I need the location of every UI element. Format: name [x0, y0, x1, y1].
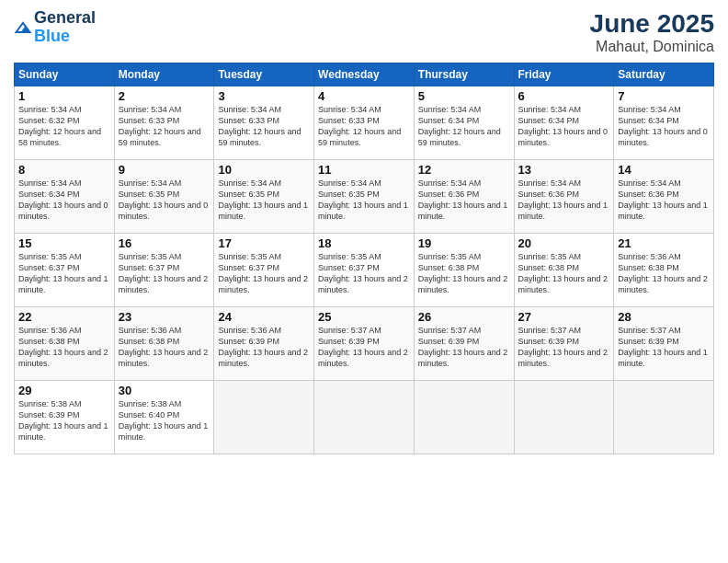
day-info: Sunrise: 5:35 AMSunset: 6:38 PMDaylight:…: [418, 251, 510, 296]
col-saturday: Saturday: [614, 63, 714, 86]
table-cell: 1Sunrise: 5:34 AMSunset: 6:32 PMDaylight…: [15, 86, 115, 160]
day-info: Sunrise: 5:36 AMSunset: 6:38 PMDaylight:…: [119, 325, 210, 370]
table-cell: 12Sunrise: 5:34 AMSunset: 6:36 PMDayligh…: [414, 160, 514, 234]
day-info: Sunrise: 5:34 AMSunset: 6:35 PMDaylight:…: [218, 178, 310, 223]
day-number: 29: [18, 384, 110, 397]
table-cell: 17Sunrise: 5:35 AMSunset: 6:37 PMDayligh…: [214, 234, 314, 307]
day-info: Sunrise: 5:34 AMSunset: 6:36 PMDaylight:…: [418, 178, 510, 223]
table-cell: 9Sunrise: 5:34 AMSunset: 6:35 PMDaylight…: [114, 160, 214, 234]
table-cell: 8Sunrise: 5:34 AMSunset: 6:34 PMDaylight…: [15, 160, 115, 234]
day-number: 18: [318, 236, 410, 250]
table-row: 15Sunrise: 5:35 AMSunset: 6:37 PMDayligh…: [15, 234, 714, 307]
day-info: Sunrise: 5:35 AMSunset: 6:37 PMDaylight:…: [218, 251, 310, 296]
col-thursday: Thursday: [414, 63, 514, 86]
day-number: 8: [18, 163, 110, 177]
table-cell: 18Sunrise: 5:35 AMSunset: 6:37 PMDayligh…: [314, 234, 415, 307]
table-cell: 28Sunrise: 5:37 AMSunset: 6:39 PMDayligh…: [614, 307, 714, 381]
day-info: Sunrise: 5:34 AMSunset: 6:34 PMDaylight:…: [18, 178, 110, 223]
table-cell: 25Sunrise: 5:37 AMSunset: 6:39 PMDayligh…: [314, 307, 415, 381]
day-number: 3: [218, 89, 310, 103]
day-info: Sunrise: 5:34 AMSunset: 6:35 PMDaylight:…: [119, 178, 210, 223]
table-row: 1Sunrise: 5:34 AMSunset: 6:32 PMDaylight…: [15, 86, 714, 160]
day-info: Sunrise: 5:34 AMSunset: 6:34 PMDaylight:…: [418, 104, 510, 149]
day-number: 19: [418, 236, 510, 250]
day-number: 15: [18, 236, 110, 250]
day-info: Sunrise: 5:34 AMSunset: 6:34 PMDaylight:…: [618, 104, 710, 149]
table-cell: 30Sunrise: 5:38 AMSunset: 6:40 PMDayligh…: [114, 381, 214, 454]
header: GeneralBlue June 2025 Mahaut, Dominica: [14, 9, 714, 55]
day-info: Sunrise: 5:36 AMSunset: 6:38 PMDaylight:…: [18, 325, 110, 370]
col-monday: Monday: [114, 63, 214, 86]
day-info: Sunrise: 5:35 AMSunset: 6:38 PMDaylight:…: [518, 251, 610, 296]
day-number: 2: [119, 89, 210, 103]
day-info: Sunrise: 5:34 AMSunset: 6:33 PMDaylight:…: [318, 104, 410, 149]
table-cell: [214, 381, 314, 454]
day-info: Sunrise: 5:35 AMSunset: 6:37 PMDaylight:…: [119, 251, 210, 296]
day-number: 14: [618, 163, 710, 177]
logo-icon: [14, 18, 32, 37]
table-cell: 2Sunrise: 5:34 AMSunset: 6:33 PMDaylight…: [114, 86, 214, 160]
day-number: 11: [318, 163, 410, 177]
day-number: 7: [618, 89, 710, 103]
col-tuesday: Tuesday: [214, 63, 314, 86]
title-block: June 2025 Mahaut, Dominica: [590, 9, 714, 55]
day-number: 17: [218, 236, 310, 250]
day-number: 20: [518, 236, 610, 250]
col-sunday: Sunday: [15, 63, 115, 86]
day-number: 27: [518, 310, 610, 324]
col-wednesday: Wednesday: [314, 63, 415, 86]
table-cell: 29Sunrise: 5:38 AMSunset: 6:39 PMDayligh…: [15, 381, 115, 454]
table-cell: 27Sunrise: 5:37 AMSunset: 6:39 PMDayligh…: [514, 307, 614, 381]
table-cell: 11Sunrise: 5:34 AMSunset: 6:35 PMDayligh…: [314, 160, 415, 234]
day-number: 30: [119, 384, 210, 397]
table-row: 22Sunrise: 5:36 AMSunset: 6:38 PMDayligh…: [15, 307, 714, 381]
table-cell: 10Sunrise: 5:34 AMSunset: 6:35 PMDayligh…: [214, 160, 314, 234]
table-cell: 22Sunrise: 5:36 AMSunset: 6:38 PMDayligh…: [15, 307, 115, 381]
table-cell: 6Sunrise: 5:34 AMSunset: 6:34 PMDaylight…: [514, 86, 614, 160]
day-info: Sunrise: 5:37 AMSunset: 6:39 PMDaylight:…: [618, 325, 710, 370]
logo: GeneralBlue: [14, 9, 96, 46]
table-cell: 3Sunrise: 5:34 AMSunset: 6:33 PMDaylight…: [214, 86, 314, 160]
table-cell: 7Sunrise: 5:34 AMSunset: 6:34 PMDaylight…: [614, 86, 714, 160]
calendar-subtitle: Mahaut, Dominica: [590, 39, 714, 55]
table-cell: 19Sunrise: 5:35 AMSunset: 6:38 PMDayligh…: [414, 234, 514, 307]
day-number: 23: [119, 310, 210, 324]
day-info: Sunrise: 5:37 AMSunset: 6:39 PMDaylight:…: [318, 325, 410, 370]
table-cell: 16Sunrise: 5:35 AMSunset: 6:37 PMDayligh…: [114, 234, 214, 307]
day-number: 5: [418, 89, 510, 103]
calendar-table: Sunday Monday Tuesday Wednesday Thursday…: [14, 63, 714, 454]
day-info: Sunrise: 5:38 AMSunset: 6:40 PMDaylight:…: [119, 398, 210, 443]
day-number: 9: [119, 163, 210, 177]
day-number: 22: [18, 310, 110, 324]
day-info: Sunrise: 5:35 AMSunset: 6:37 PMDaylight:…: [18, 251, 110, 296]
day-info: Sunrise: 5:36 AMSunset: 6:39 PMDaylight:…: [218, 325, 310, 370]
table-cell: 24Sunrise: 5:36 AMSunset: 6:39 PMDayligh…: [214, 307, 314, 381]
day-info: Sunrise: 5:38 AMSunset: 6:39 PMDaylight:…: [18, 398, 110, 443]
day-info: Sunrise: 5:34 AMSunset: 6:36 PMDaylight:…: [518, 178, 610, 223]
table-cell: 13Sunrise: 5:34 AMSunset: 6:36 PMDayligh…: [514, 160, 614, 234]
day-number: 26: [418, 310, 510, 324]
table-cell: 15Sunrise: 5:35 AMSunset: 6:37 PMDayligh…: [15, 234, 115, 307]
table-row: 8Sunrise: 5:34 AMSunset: 6:34 PMDaylight…: [15, 160, 714, 234]
table-cell: 20Sunrise: 5:35 AMSunset: 6:38 PMDayligh…: [514, 234, 614, 307]
day-number: 24: [218, 310, 310, 324]
table-cell: [414, 381, 514, 454]
day-number: 13: [518, 163, 610, 177]
table-cell: 14Sunrise: 5:34 AMSunset: 6:36 PMDayligh…: [614, 160, 714, 234]
day-info: Sunrise: 5:34 AMSunset: 6:33 PMDaylight:…: [119, 104, 210, 149]
table-row: 29Sunrise: 5:38 AMSunset: 6:39 PMDayligh…: [15, 381, 714, 454]
day-number: 28: [618, 310, 710, 324]
table-cell: 23Sunrise: 5:36 AMSunset: 6:38 PMDayligh…: [114, 307, 214, 381]
table-cell: 21Sunrise: 5:36 AMSunset: 6:38 PMDayligh…: [614, 234, 714, 307]
table-cell: [614, 381, 714, 454]
col-friday: Friday: [514, 63, 614, 86]
day-info: Sunrise: 5:36 AMSunset: 6:38 PMDaylight:…: [618, 251, 710, 296]
day-number: 12: [418, 163, 510, 177]
logo-text: GeneralBlue: [34, 9, 96, 46]
day-number: 4: [318, 89, 410, 103]
day-info: Sunrise: 5:34 AMSunset: 6:36 PMDaylight:…: [618, 178, 710, 223]
day-number: 1: [18, 89, 110, 103]
table-cell: 26Sunrise: 5:37 AMSunset: 6:39 PMDayligh…: [414, 307, 514, 381]
table-cell: [314, 381, 415, 454]
table-cell: 4Sunrise: 5:34 AMSunset: 6:33 PMDaylight…: [314, 86, 415, 160]
